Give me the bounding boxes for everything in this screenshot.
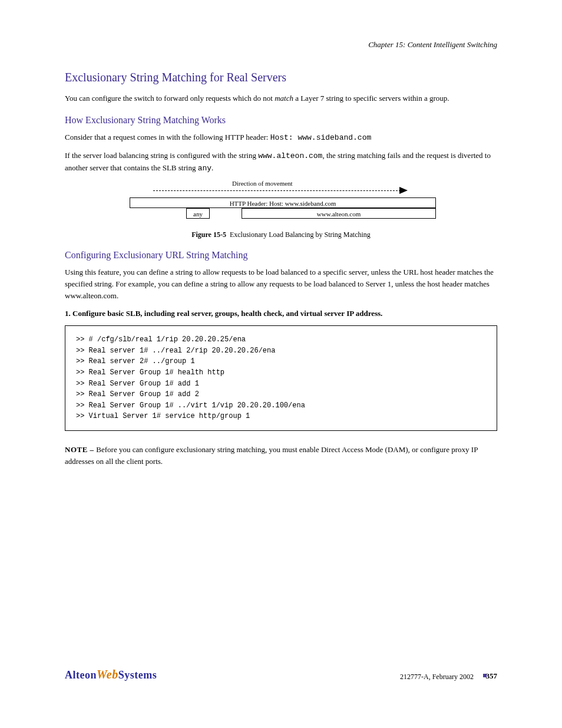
logo-web: Web <box>97 668 118 681</box>
logo-alteon: Alteon <box>65 669 97 681</box>
note-dam: NOTE – Before you can configure exclusio… <box>65 444 497 467</box>
paragraph-config-intro: Using this feature, you can define a str… <box>65 266 497 302</box>
note-text: Before you can configure exclusionary st… <box>65 445 478 466</box>
note-label: NOTE – <box>65 445 96 454</box>
text: You can configure the switch to forward … <box>65 94 275 103</box>
paragraph-example-result: If the server load balancing string is c… <box>65 150 497 174</box>
text: Consider that a request comes in with th… <box>65 133 270 141</box>
arrow-line <box>153 190 401 191</box>
heading-exclusionary-string-matching: Exclusionary String Matching for Real Se… <box>65 71 497 84</box>
figure-caption: Figure 15-5 Exclusionary Load Balancing … <box>65 230 497 239</box>
code-slb-string: www.alteon.com <box>258 151 322 160</box>
chapter-header: Chapter 15: Content Intelligent Switchin… <box>368 40 497 50</box>
body-column: Exclusionary String Matching for Real Se… <box>65 71 497 473</box>
diagram-main-box: HTTP Header: Host: www.sideband.com <box>130 197 436 208</box>
step-1: 1. Configure basic SLB, including real s… <box>65 308 497 319</box>
heading-how-it-works: How Exclusionary String Matching Works <box>65 115 497 126</box>
step-1-text: 1. Configure basic SLB, including real s… <box>65 309 382 318</box>
alteon-websystems-logo: AlteonWebSystems <box>65 668 157 681</box>
text: If the server load balancing string is c… <box>65 151 258 160</box>
code-host-header: Host: www.sideband.com <box>270 133 372 142</box>
footer-doc-id: 212777-A, February 2002 <box>400 673 474 681</box>
arrow-label: Direction of movement <box>230 180 295 187</box>
page-number: 357 <box>486 671 498 681</box>
arrow-head-icon <box>399 187 408 194</box>
paragraph-intro: You can configure the switch to forward … <box>65 93 497 104</box>
figure-number: Figure 15-5 <box>191 230 226 239</box>
text: a Layer 7 string to specific servers wit… <box>293 94 449 103</box>
diagram-alteon-box: www.alteon.com <box>242 208 436 219</box>
figure-title: Exclusionary Load Balancing by String Ma… <box>230 230 371 239</box>
paragraph-example-intro: Consider that a request comes in with th… <box>65 131 497 144</box>
logo-systems: Systems <box>118 669 157 681</box>
figure-15-5-diagram: Direction of movement HTTP Header: Host:… <box>130 181 454 228</box>
page-footer: AlteonWebSystems 212777-A, February 2002… <box>65 668 497 691</box>
heading-configuring: Configuring Exclusionary URL String Matc… <box>65 250 497 261</box>
emphasis-match: match <box>275 94 293 103</box>
code-any: any <box>198 164 211 173</box>
diagram-any-box: any <box>186 208 210 219</box>
text: . <box>211 163 213 172</box>
code-block-config: >> # /cfg/slb/real 1/rip 20.20.20.25/ena… <box>65 325 497 431</box>
